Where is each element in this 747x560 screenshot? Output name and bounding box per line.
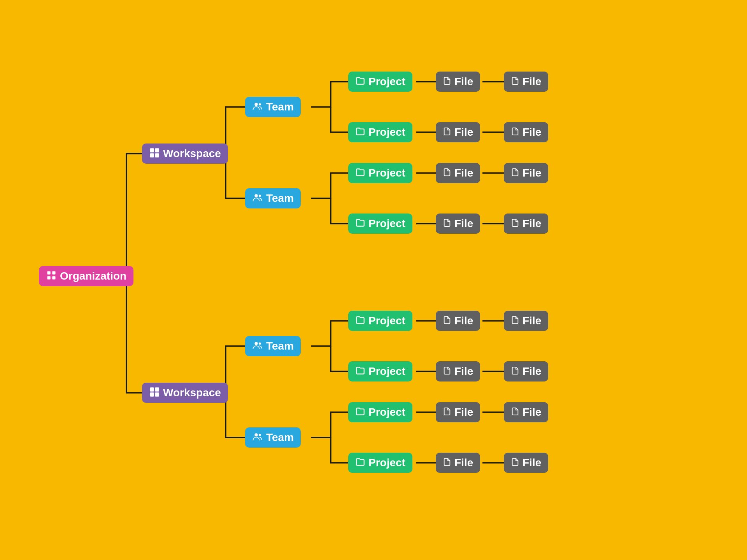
workspace1-node[interactable]: Workspace [142, 144, 228, 164]
workspace2-label: Workspace [163, 387, 221, 399]
file-2-1a-label: File [454, 167, 473, 179]
file-4-2a-icon [443, 458, 451, 468]
file-1-2b-node[interactable]: File [504, 122, 548, 142]
project-2-2-label: Project [368, 217, 405, 230]
file-2-2b-label: File [523, 217, 541, 230]
file-4-2b-label: File [523, 457, 541, 469]
file-4-2b-node[interactable]: File [504, 453, 548, 473]
file-2-2b-node[interactable]: File [504, 214, 548, 234]
project-4-2-icon [355, 457, 365, 469]
file-3-2a-node[interactable]: File [436, 361, 480, 382]
file-1-1b-icon [511, 77, 519, 87]
file-3-1a-icon [443, 316, 451, 326]
file-1-2b-label: File [523, 126, 541, 138]
project-1-2-label: Project [368, 126, 405, 138]
file-1-1a-label: File [454, 75, 473, 88]
project-3-1-label: Project [368, 315, 405, 327]
project-1-2-node[interactable]: Project [348, 122, 412, 142]
project-1-2-icon [355, 126, 365, 138]
svg-rect-10 [150, 392, 154, 397]
file-3-1a-node[interactable]: File [436, 311, 480, 331]
project-3-2-label: Project [368, 365, 405, 378]
file-3-2b-icon [511, 366, 519, 376]
team1-node[interactable]: Team [245, 97, 301, 117]
workspace2-icon [149, 387, 160, 399]
team3-label: Team [266, 340, 294, 352]
project-2-1-node[interactable]: Project [348, 163, 412, 183]
project-4-2-label: Project [368, 457, 405, 469]
file-4-1a-label: File [454, 406, 473, 418]
svg-rect-8 [150, 387, 154, 392]
file-1-2b-icon [511, 127, 519, 137]
file-3-2b-label: File [523, 365, 541, 378]
project-2-2-node[interactable]: Project [348, 214, 412, 234]
file-2-1a-node[interactable]: File [436, 163, 480, 183]
svg-rect-2 [47, 276, 51, 279]
svg-point-16 [254, 342, 258, 345]
file-1-1a-node[interactable]: File [436, 72, 480, 92]
file-2-1b-icon [511, 168, 519, 178]
team4-label: Team [266, 431, 294, 444]
team1-label: Team [266, 101, 294, 113]
project-3-1-node[interactable]: Project [348, 311, 412, 331]
svg-point-19 [259, 434, 261, 436]
file-1-2a-node[interactable]: File [436, 122, 480, 142]
workspace1-label: Workspace [163, 147, 221, 160]
project-4-1-icon [355, 406, 365, 418]
file-2-2a-node[interactable]: File [436, 214, 480, 234]
svg-rect-3 [52, 276, 55, 279]
org-node[interactable]: Organization [39, 266, 133, 286]
file-2-2b-icon [511, 219, 519, 229]
svg-point-17 [259, 342, 261, 345]
svg-rect-11 [155, 392, 159, 397]
svg-rect-6 [150, 153, 154, 158]
workspace2-node[interactable]: Workspace [142, 383, 228, 403]
file-3-2a-label: File [454, 365, 473, 378]
svg-rect-1 [52, 271, 55, 275]
file-3-2b-node[interactable]: File [504, 361, 548, 382]
file-4-1a-icon [443, 407, 451, 417]
file-3-1a-label: File [454, 315, 473, 327]
svg-rect-7 [155, 153, 159, 158]
project-2-1-label: Project [368, 167, 405, 179]
file-2-1b-label: File [523, 167, 541, 179]
file-2-1a-icon [443, 168, 451, 178]
project-4-1-label: Project [368, 406, 405, 418]
project-1-1-node[interactable]: Project [348, 72, 412, 92]
file-1-2a-label: File [454, 126, 473, 138]
project-4-1-node[interactable]: Project [348, 402, 412, 422]
svg-point-18 [254, 433, 258, 436]
svg-point-12 [254, 103, 258, 106]
project-4-2-node[interactable]: Project [348, 453, 412, 473]
team3-node[interactable]: Team [245, 336, 301, 356]
file-2-2a-icon [443, 219, 451, 229]
team2-node[interactable]: Team [245, 188, 301, 208]
file-1-1a-icon [443, 77, 451, 87]
project-1-1-icon [355, 76, 365, 88]
project-3-2-node[interactable]: Project [348, 361, 412, 382]
team2-icon [252, 192, 263, 205]
file-3-1b-node[interactable]: File [504, 311, 548, 331]
svg-rect-4 [150, 148, 154, 152]
workspace1-icon [149, 147, 160, 160]
org-label: Organization [60, 270, 126, 282]
file-4-2b-icon [511, 458, 519, 468]
team4-node[interactable]: Team [245, 427, 301, 448]
project-3-1-icon [355, 315, 365, 327]
file-3-1b-label: File [523, 315, 541, 327]
svg-rect-0 [47, 271, 51, 275]
file-1-1b-node[interactable]: File [504, 72, 548, 92]
team4-icon [252, 431, 263, 444]
file-4-2a-node[interactable]: File [436, 453, 480, 473]
file-4-1a-node[interactable]: File [436, 402, 480, 422]
org-icon [46, 270, 57, 282]
team1-icon [252, 101, 263, 113]
file-3-2a-icon [443, 366, 451, 376]
file-4-1b-icon [511, 407, 519, 417]
svg-point-15 [259, 194, 261, 197]
file-4-1b-node[interactable]: File [504, 402, 548, 422]
file-2-1b-node[interactable]: File [504, 163, 548, 183]
file-4-1b-label: File [523, 406, 541, 418]
project-2-2-icon [355, 218, 365, 229]
file-1-2a-icon [443, 127, 451, 137]
